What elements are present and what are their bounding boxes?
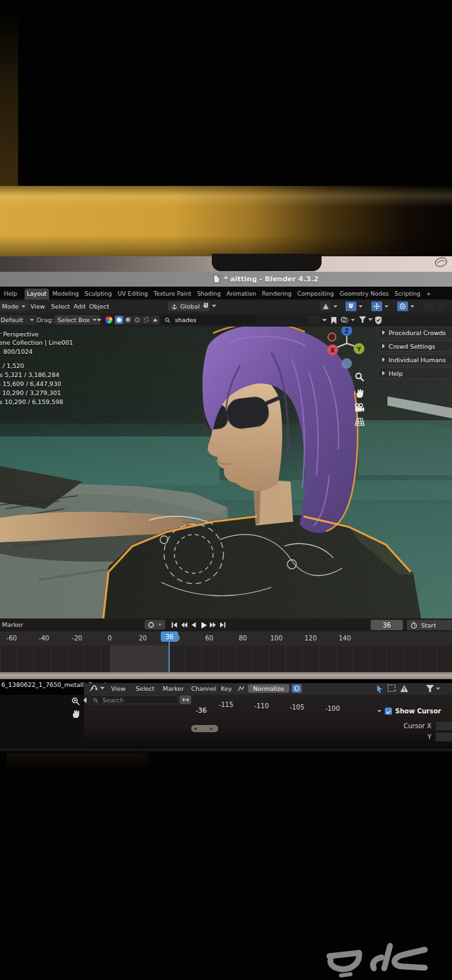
- proportional-toggle[interactable]: [397, 301, 415, 311]
- add-workspace-button[interactable]: +: [424, 289, 434, 300]
- camera-view-icon[interactable]: [354, 403, 365, 413]
- next-keyframe-icon[interactable]: [209, 620, 218, 630]
- timeline-scrollbar[interactable]: [0, 672, 452, 679]
- playhead-pill[interactable]: 36: [161, 631, 178, 642]
- jump-start-icon[interactable]: [170, 620, 179, 630]
- panel-help[interactable]: Help: [378, 367, 452, 379]
- toggle-ortho-icon[interactable]: [354, 418, 365, 426]
- timeline-tracks[interactable]: [0, 646, 452, 672]
- warning-icon[interactable]: [400, 684, 409, 693]
- auto-keying-button[interactable]: [145, 620, 165, 629]
- menu-object[interactable]: Object: [89, 303, 109, 310]
- mode-dropdown[interactable]: Object Mode: [0, 301, 29, 311]
- shading-material-icon[interactable]: [124, 316, 132, 324]
- select-mode-dropdown[interactable]: Select Box: [54, 315, 100, 325]
- graph-search-input[interactable]: [101, 696, 174, 704]
- viewport-search-field[interactable]: [160, 315, 256, 325]
- document-icon: [213, 274, 220, 283]
- zoom-icon[interactable]: [354, 372, 365, 382]
- viewport-search-input[interactable]: [174, 316, 251, 324]
- snap-toggle[interactable]: [345, 301, 363, 311]
- shading-wire-icon[interactable]: [142, 316, 150, 324]
- screen-photo: * aitting - Blender 4.3.2 Help Layout Mo…: [0, 0, 452, 980]
- tab-compositing[interactable]: Compositing: [295, 289, 336, 300]
- falloff-dropdown[interactable]: [320, 301, 338, 311]
- tab-animation[interactable]: Animation: [224, 289, 259, 300]
- box-select-icon[interactable]: [387, 684, 396, 693]
- navigation-gizmo-xyz[interactable]: Z X Y: [323, 327, 375, 374]
- overlays-dropdown[interactable]: [340, 316, 355, 323]
- tab-texture-paint[interactable]: Texture Paint: [151, 289, 194, 300]
- panel-procedural-crowds[interactable]: Procedural Crowds: [378, 327, 452, 338]
- pin-icon[interactable]: [331, 316, 337, 324]
- shading-preview-icon[interactable]: [151, 316, 159, 324]
- window-titlebar[interactable]: * aitting - Blender 4.3.2: [0, 272, 452, 287]
- tab-scripting[interactable]: Scripting: [392, 289, 423, 300]
- cursor-x-field[interactable]: [435, 721, 452, 731]
- annotate-pill[interactable]: [309, 316, 319, 324]
- graph-menu-key[interactable]: Key: [221, 685, 232, 692]
- menu-add[interactable]: Add: [74, 303, 85, 310]
- graph-2d-scrollbar[interactable]: [191, 725, 218, 732]
- tool-preset-dropdown[interactable]: Default: [0, 315, 37, 325]
- graph-menu-channel[interactable]: Channel: [191, 685, 216, 692]
- tab-sculpting[interactable]: Sculpting: [82, 289, 114, 300]
- shield-check-icon[interactable]: [375, 316, 382, 325]
- timeline-ruler[interactable]: -60 -40 -20 0 20 40 60 80 100 120 140 36: [0, 631, 452, 646]
- graph-menu-select[interactable]: Select: [136, 685, 154, 692]
- current-frame-field[interactable]: 36: [371, 620, 403, 630]
- haraj-watermark-logo: [322, 941, 431, 979]
- search-expand-button[interactable]: [180, 695, 191, 704]
- shading-solid-icon[interactable]: [115, 316, 123, 324]
- graph-menu-view[interactable]: View: [111, 685, 126, 692]
- play-icon[interactable]: [199, 620, 208, 630]
- panel-individual-humans[interactable]: Individual Humans: [378, 354, 452, 365]
- graph-filter-dropdown[interactable]: [426, 685, 440, 692]
- snap-magnet-button[interactable]: [202, 302, 216, 310]
- graph-search-field[interactable]: [89, 695, 178, 704]
- chevron-down-icon[interactable]: [322, 319, 327, 322]
- menu-marker[interactable]: Marker: [2, 621, 23, 628]
- play-reverse-icon[interactable]: [189, 620, 198, 630]
- channels-pan-hand-icon[interactable]: [71, 709, 81, 719]
- tab-rendering[interactable]: Rendering: [260, 289, 294, 300]
- channels-zoom-icon[interactable]: [71, 697, 81, 706]
- graph-menu-marker[interactable]: Marker: [163, 685, 184, 692]
- jump-end-icon[interactable]: [218, 620, 227, 630]
- tab-geometry-nodes[interactable]: Geometry Nodes: [337, 289, 391, 300]
- tab-layout[interactable]: Layout: [25, 289, 50, 300]
- tick-label: -20: [72, 635, 82, 642]
- haraj-watermark: حراج: [322, 941, 431, 979]
- pan-hand-icon[interactable]: [354, 388, 365, 398]
- filter-dropdown[interactable]: [359, 316, 373, 323]
- menu-view[interactable]: View: [30, 303, 45, 310]
- stat-verts: Verts 5,321 / 3,186,284: [0, 371, 59, 378]
- menu-help[interactable]: Help: [1, 289, 20, 300]
- overlays-icon: [340, 316, 349, 323]
- move-gizmo-toggle[interactable]: [371, 301, 389, 311]
- prev-keyframe-icon[interactable]: [180, 620, 189, 630]
- normalize-auto-toggle[interactable]: [292, 684, 302, 693]
- overlay-popover-icon[interactable]: [443, 684, 452, 693]
- normalize-button[interactable]: Normalize: [248, 684, 289, 693]
- menu-select[interactable]: Select: [51, 303, 70, 310]
- editor-type-dropdown[interactable]: [89, 684, 105, 692]
- chevron-down-icon[interactable]: [377, 710, 382, 713]
- cursor-y-field[interactable]: [435, 732, 452, 742]
- tweak-arrow-icon[interactable]: [376, 684, 384, 693]
- tab-uv-editing[interactable]: UV Editing: [115, 289, 150, 300]
- show-cursor-checkbox[interactable]: [385, 708, 392, 715]
- panel-crowd-settings[interactable]: Crowd Settings: [378, 340, 452, 352]
- viewport-canvas[interactable]: User Perspective Scene Collection | Line…: [0, 327, 452, 618]
- normalize-icon[interactable]: [236, 684, 246, 693]
- tab-shading[interactable]: Shading: [194, 289, 223, 300]
- ghost-curves-icon[interactable]: [412, 684, 422, 693]
- shading-sphere-icon[interactable]: [437, 302, 446, 311]
- xray-icon[interactable]: [424, 302, 433, 311]
- shading-render-icon[interactable]: [133, 316, 141, 324]
- playhead-line[interactable]: [169, 642, 170, 672]
- tab-modeling[interactable]: Modeling: [50, 289, 81, 300]
- frame-start-field[interactable]: Start: [407, 620, 452, 630]
- chevron-right-icon: [382, 331, 385, 335]
- color-wheel-icon[interactable]: [105, 316, 112, 323]
